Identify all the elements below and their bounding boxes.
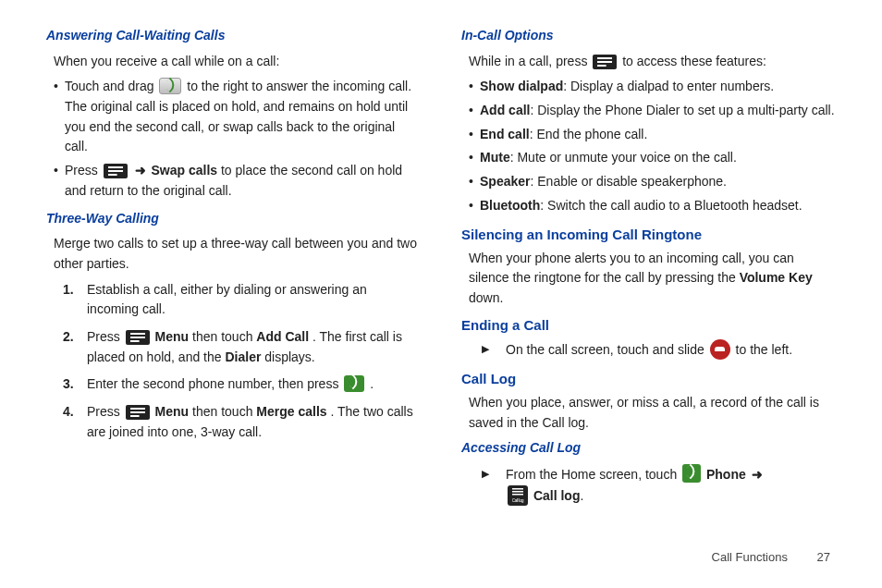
right-column: In-Call Options While in a call, press t… xyxy=(461,26,836,513)
heading-answering-call-waiting: Answering Call-Waiting Calls xyxy=(46,26,421,46)
label-swap-calls: Swap calls xyxy=(151,163,217,178)
step-number: 3. xyxy=(63,374,74,395)
call-log-icon xyxy=(508,485,528,506)
list-item: Show dialpad: Display a dialpad to enter… xyxy=(469,77,836,97)
label-call-log: Call log xyxy=(533,488,581,503)
paragraph: While in a call, press to access these f… xyxy=(469,52,836,72)
list-item: On the call screen, touch and slide to t… xyxy=(482,339,836,361)
text: : Display the Phone Dialer to set up a m… xyxy=(530,103,834,117)
phone-app-icon xyxy=(682,464,701,483)
heading-accessing-call-log: Accessing Call Log xyxy=(461,438,836,459)
text: down. xyxy=(469,290,503,305)
text: then touch xyxy=(192,329,256,344)
text: . xyxy=(370,376,374,391)
heading-three-way-calling: Three-Way Calling xyxy=(46,209,421,229)
text: displays. xyxy=(264,349,314,364)
text: to access these features: xyxy=(622,54,766,68)
list-item: 2. Press Menu then touch Add Call . The … xyxy=(63,327,421,367)
footer-section: Call Functions xyxy=(712,550,788,564)
label-phone: Phone xyxy=(706,467,746,482)
paragraph: Merge two calls to set up a three-way ca… xyxy=(54,234,421,274)
option-label: Bluetooth xyxy=(480,198,540,213)
page-footer: Call Functions 27 xyxy=(712,550,830,564)
label-volume-key: Volume Key xyxy=(740,270,813,285)
option-label: Speaker xyxy=(480,174,530,189)
text: Press xyxy=(87,404,124,419)
arrow-list: From the Home screen, touch Phone ➜ Call… xyxy=(482,464,836,506)
list-item: 3. Enter the second phone number, then p… xyxy=(63,374,421,395)
step-number: 1. xyxy=(63,280,74,300)
paragraph: When you place, answer, or miss a call, … xyxy=(469,393,836,433)
list-item: 1. Establish a call, either by dialing o… xyxy=(63,280,421,320)
list-item: Add call: Display the Phone Dialer to se… xyxy=(469,101,836,121)
step-number: 2. xyxy=(63,327,74,348)
text: Press xyxy=(87,329,124,344)
nav-arrow-icon: ➜ xyxy=(135,163,146,178)
list-item: From the Home screen, touch Phone ➜ Call… xyxy=(482,464,836,506)
label-dialer: Dialer xyxy=(225,349,261,364)
text: Touch and drag xyxy=(65,79,157,93)
heading-in-call-options: In-Call Options xyxy=(461,26,836,46)
heading-call-log: Call Log xyxy=(461,368,836,389)
menu-key-icon xyxy=(126,405,150,420)
list-item: Touch and drag to the right to answer th… xyxy=(54,77,421,157)
text: : Display a dialpad to enter numbers. xyxy=(563,79,774,93)
menu-key-icon xyxy=(104,164,128,178)
option-label: End call xyxy=(480,127,530,141)
label-add-call: Add Call xyxy=(256,329,309,344)
text: : Mute or unmute your voice on the call. xyxy=(510,150,737,165)
paragraph: When you receive a call while on a call: xyxy=(54,52,421,72)
numbered-list: 1. Establish a call, either by dialing o… xyxy=(63,280,421,443)
bullet-list: Touch and drag to the right to answer th… xyxy=(54,77,421,201)
slide-answer-icon xyxy=(159,78,181,94)
text: From the Home screen, touch xyxy=(506,467,680,482)
text: then touch xyxy=(192,404,256,419)
option-label: Show dialpad xyxy=(480,79,563,93)
label-menu: Menu xyxy=(155,329,190,344)
option-label: Mute xyxy=(480,150,510,165)
paragraph: When your phone alerts you to an incomin… xyxy=(469,249,836,309)
heading-silencing-ringtone: Silencing an Incoming Call Ringtone xyxy=(461,224,836,245)
text: . xyxy=(580,488,583,503)
bullet-list: Show dialpad: Display a dialpad to enter… xyxy=(469,77,836,215)
text: While in a call, press xyxy=(469,54,591,68)
end-call-icon xyxy=(710,339,730,360)
heading-ending-call: Ending a Call xyxy=(461,314,836,336)
text: Establish a call, either by dialing or a… xyxy=(87,282,367,317)
label-merge-calls: Merge calls xyxy=(256,404,326,419)
text: : End the phone call. xyxy=(530,127,648,141)
label-menu: Menu xyxy=(155,404,190,419)
arrow-list: On the call screen, touch and slide to t… xyxy=(482,339,836,361)
text: to the left. xyxy=(736,342,792,357)
call-button-icon xyxy=(344,375,364,392)
page-number: 27 xyxy=(817,550,830,564)
list-item: 4. Press Menu then touch Merge calls . T… xyxy=(63,402,421,442)
list-item: Speaker: Enable or disable speakerphone. xyxy=(469,172,836,192)
menu-key-icon xyxy=(593,55,617,69)
text: Enter the second phone number, then pres… xyxy=(87,376,342,391)
step-number: 4. xyxy=(63,402,74,423)
list-item: Press ➜ Swap calls to place the second c… xyxy=(54,161,421,201)
list-item: End call: End the phone call. xyxy=(469,125,836,145)
left-column: Answering Call-Waiting Calls When you re… xyxy=(46,26,421,513)
option-label: Add call xyxy=(480,103,530,117)
text: : Switch the call audio to a Bluetooth h… xyxy=(540,198,802,213)
nav-arrow-icon: ➜ xyxy=(752,467,763,482)
text: Press xyxy=(65,163,102,178)
list-item: Bluetooth: Switch the call audio to a Bl… xyxy=(469,196,836,216)
list-item: Mute: Mute or unmute your voice on the c… xyxy=(469,148,836,168)
menu-key-icon xyxy=(126,330,150,345)
text: On the call screen, touch and slide xyxy=(506,342,708,357)
text: : Enable or disable speakerphone. xyxy=(530,174,726,189)
